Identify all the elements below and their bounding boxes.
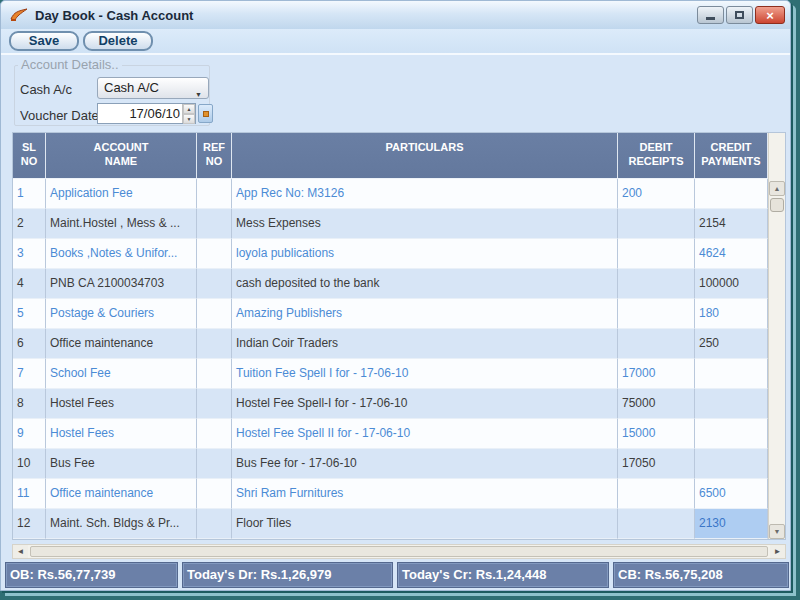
cell-sl[interactable]: 6 [13, 329, 46, 359]
cell-ref[interactable] [197, 209, 232, 239]
cell-credit[interactable]: 4624 [695, 239, 768, 269]
cell-particulars[interactable]: Shri Ram Furnitures [232, 479, 618, 509]
cell-sl[interactable]: 2 [13, 209, 46, 239]
table-row[interactable]: 2Maint.Hostel , Mess & ...Mess Expenses2… [13, 209, 768, 239]
cell-debit[interactable] [618, 329, 695, 359]
cell-ref[interactable] [197, 179, 232, 209]
cell-sl[interactable]: 5 [13, 299, 46, 329]
cell-credit[interactable]: 2154 [695, 209, 768, 239]
cell-credit[interactable]: 250 [695, 329, 768, 359]
cell-ref[interactable] [197, 359, 232, 389]
cell-account[interactable]: PNB CA 2100034703 [46, 269, 197, 299]
cell-sl[interactable]: 11 [13, 479, 46, 509]
cell-debit[interactable]: 200 [618, 179, 695, 209]
cell-particulars[interactable]: cash deposited to the bank [232, 269, 618, 299]
column-header-credit-payments[interactable]: CREDIT PAYMENTS [695, 133, 768, 179]
cell-debit[interactable] [618, 269, 695, 299]
cell-account[interactable]: Books ,Notes & Unifor... [46, 239, 197, 269]
cell-particulars[interactable]: Amazing Publishers [232, 299, 618, 329]
cell-sl[interactable]: 9 [13, 419, 46, 449]
spinner-down-button[interactable]: ▼ [183, 114, 195, 124]
horizontal-scrollbar[interactable]: ◄ ► [12, 544, 786, 559]
table-row[interactable]: 8Hostel FeesHostel Fee Spell-I for - 17-… [13, 389, 768, 419]
cell-sl[interactable]: 10 [13, 449, 46, 479]
cell-sl[interactable]: 12 [13, 509, 46, 539]
cell-credit[interactable]: 180 [695, 299, 768, 329]
minimize-button[interactable] [697, 6, 724, 24]
voucher-date-field[interactable]: 17/06/10 ▲ ▼ [97, 103, 196, 124]
cell-particulars[interactable]: Hostel Fee Spell II for - 17-06-10 [232, 419, 618, 449]
cell-particulars[interactable]: App Rec No: M3126 [232, 179, 618, 209]
cell-account[interactable]: Maint. Sch. Bldgs & Pr... [46, 509, 197, 539]
cell-ref[interactable] [197, 329, 232, 359]
cell-account[interactable]: Hostel Fees [46, 389, 197, 419]
cell-particulars[interactable]: Bus Fee for - 17-06-10 [232, 449, 618, 479]
cell-debit[interactable]: 17050 [618, 449, 695, 479]
cell-debit[interactable] [618, 509, 695, 539]
cell-account[interactable]: Application Fee [46, 179, 197, 209]
cell-particulars[interactable]: Hostel Fee Spell-I for - 17-06-10 [232, 389, 618, 419]
table-row[interactable]: 11Office maintenanceShri Ram Furnitures6… [13, 479, 768, 509]
cell-ref[interactable] [197, 419, 232, 449]
table-row[interactable]: 1Application FeeApp Rec No: M3126200 [13, 179, 768, 209]
table-row[interactable]: 3Books ,Notes & Unifor...loyola publicat… [13, 239, 768, 269]
vertical-scrollbar[interactable]: ▲ ▼ [768, 133, 785, 539]
cell-account[interactable]: Hostel Fees [46, 419, 197, 449]
scroll-left-icon[interactable]: ◄ [13, 545, 28, 558]
cell-credit[interactable]: 6500 [695, 479, 768, 509]
column-header-debit-receipts[interactable]: DEBIT RECEIPTS [618, 133, 695, 179]
horizontal-scroll-thumb[interactable] [30, 546, 768, 557]
cell-account[interactable]: Postage & Couriers [46, 299, 197, 329]
cell-credit[interactable]: 100000 [695, 269, 768, 299]
table-row[interactable]: 4PNB CA 2100034703cash deposited to the … [13, 269, 768, 299]
column-header-sl-no[interactable]: SL NO [13, 133, 46, 179]
save-button[interactable]: Save [9, 31, 79, 51]
cell-credit[interactable] [695, 179, 768, 209]
cell-particulars[interactable]: loyola publications [232, 239, 618, 269]
cell-debit[interactable] [618, 299, 695, 329]
cell-ref[interactable] [197, 299, 232, 329]
cell-account[interactable]: Office maintenance [46, 329, 197, 359]
cell-ref[interactable] [197, 239, 232, 269]
cell-ref[interactable] [197, 269, 232, 299]
cell-credit[interactable]: 2130 [695, 509, 768, 539]
cell-ref[interactable] [197, 509, 232, 539]
scroll-up-icon[interactable]: ▲ [769, 181, 785, 196]
close-button[interactable]: × [755, 6, 785, 24]
cell-credit[interactable] [695, 449, 768, 479]
column-header-particulars[interactable]: PARTICULARS [232, 133, 618, 179]
cell-sl[interactable]: 7 [13, 359, 46, 389]
cell-debit[interactable]: 17000 [618, 359, 695, 389]
table-row[interactable]: 6Office maintenanceIndian Coir Traders25… [13, 329, 768, 359]
cell-debit[interactable]: 75000 [618, 389, 695, 419]
cell-debit[interactable] [618, 209, 695, 239]
cell-account[interactable]: Office maintenance [46, 479, 197, 509]
table-row[interactable]: 5Postage & CouriersAmazing Publishers180 [13, 299, 768, 329]
spinner-up-button[interactable]: ▲ [183, 104, 195, 114]
maximize-button[interactable] [726, 6, 753, 24]
cell-ref[interactable] [197, 449, 232, 479]
cash-account-dropdown[interactable]: Cash A/C ▼ [97, 77, 209, 99]
cell-credit[interactable] [695, 389, 768, 419]
cell-sl[interactable]: 8 [13, 389, 46, 419]
cell-ref[interactable] [197, 389, 232, 419]
cell-account[interactable]: Maint.Hostel , Mess & ... [46, 209, 197, 239]
table-row[interactable]: 7School FeeTuition Fee Spell I for - 17-… [13, 359, 768, 389]
cell-ref[interactable] [197, 479, 232, 509]
cell-sl[interactable]: 4 [13, 269, 46, 299]
vertical-scroll-thumb[interactable] [770, 198, 784, 212]
column-header-ref-no[interactable]: REF NO [197, 133, 232, 179]
scroll-down-icon[interactable]: ▼ [769, 524, 785, 539]
voucher-date-value[interactable]: 17/06/10 [98, 104, 182, 123]
cell-particulars[interactable]: Mess Expenses [232, 209, 618, 239]
cell-credit[interactable] [695, 419, 768, 449]
cell-debit[interactable] [618, 239, 695, 269]
cell-sl[interactable]: 1 [13, 179, 46, 209]
cell-particulars[interactable]: Indian Coir Traders [232, 329, 618, 359]
table-row[interactable]: 12Maint. Sch. Bldgs & Pr...Floor Tiles21… [13, 509, 768, 539]
cell-particulars[interactable]: Floor Tiles [232, 509, 618, 539]
table-row[interactable]: 10Bus FeeBus Fee for - 17-06-1017050 [13, 449, 768, 479]
cell-account[interactable]: Bus Fee [46, 449, 197, 479]
cell-credit[interactable] [695, 359, 768, 389]
cell-account[interactable]: School Fee [46, 359, 197, 389]
